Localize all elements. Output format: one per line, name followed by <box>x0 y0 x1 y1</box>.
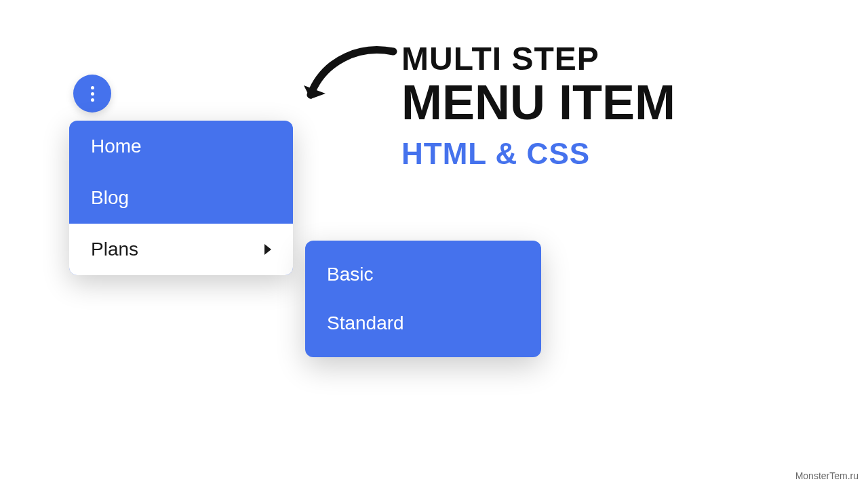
submenu-item-label: Standard <box>327 312 404 333</box>
chevron-right-icon <box>264 244 271 255</box>
heading-block: MULTI STEP MENU ITEM HTML & CSS <box>401 42 675 171</box>
menu-item-label: Home <box>91 136 142 157</box>
heading-line1: MULTI STEP <box>401 42 675 76</box>
menu-item-blog[interactable]: Blog <box>69 172 293 224</box>
watermark-text: MonsterTem.ru <box>795 470 859 481</box>
menu-item-label: Blog <box>91 187 129 209</box>
submenu-item-standard[interactable]: Standard <box>305 299 541 348</box>
submenu-item-basic[interactable]: Basic <box>305 250 541 299</box>
submenu-item-label: Basic <box>327 264 373 285</box>
vertical-dots-icon <box>91 86 94 102</box>
heading-line3: HTML & CSS <box>401 137 675 171</box>
menu-trigger-button[interactable] <box>73 75 111 113</box>
menu-item-plans[interactable]: Plans <box>69 224 293 275</box>
arrow-icon <box>298 39 400 114</box>
heading-line2: MENU ITEM <box>401 77 675 129</box>
menu-item-home[interactable]: Home <box>69 121 293 172</box>
main-menu: Home Blog Plans <box>69 121 293 275</box>
submenu-plans: Basic Standard <box>305 241 541 357</box>
menu-item-label: Plans <box>91 239 138 260</box>
